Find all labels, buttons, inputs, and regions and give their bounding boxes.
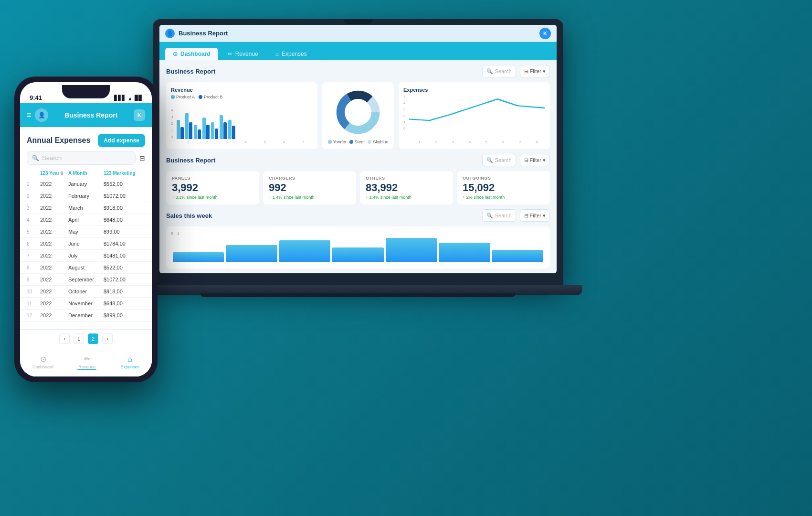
bar-group-4: [202, 118, 210, 139]
tab-revenue[interactable]: ✏ Revenue: [220, 48, 266, 60]
bottom-nav-dashboard-icon: ⊙: [40, 355, 46, 364]
legend-dot-a: [171, 95, 175, 99]
phone-filter-icon[interactable]: ⊟: [139, 154, 145, 162]
search-box-2[interactable]: 🔍 Search: [482, 154, 516, 166]
hamburger-menu-icon[interactable]: ≡: [27, 111, 31, 119]
line-y1: 1: [403, 120, 405, 124]
metric-others: OTHERS 83,992 + 1.4% since last month: [360, 171, 453, 204]
bar-y1: 1: [171, 128, 173, 132]
filter-btn-3[interactable]: ⊟ Filter ▾: [520, 209, 550, 222]
line-y2: 2: [403, 114, 405, 118]
laptop-foot: [200, 293, 516, 297]
line-x2: 2: [435, 140, 437, 144]
table-row: 92022September$1072,00: [20, 274, 152, 286]
tab-dashboard[interactable]: ⊙ Dashboard: [165, 48, 218, 60]
filter-btn-1[interactable]: ⊟ Filter ▾: [520, 65, 550, 77]
metric-outgoings: OUTGOINGS 15,092 + 2% since last month: [457, 171, 550, 204]
th-year-sort[interactable]: ⇅: [60, 171, 64, 176]
filter-icon-3: ⊟: [524, 213, 528, 219]
table-row: 32022March$918,00: [20, 202, 152, 214]
bar-x1: 1: [187, 140, 189, 144]
phone-navbar: ≡ 👤 Business Report K: [20, 103, 152, 127]
sales-title: Sales this week: [166, 212, 212, 219]
phone-screen: 9:41 ▋▋▋ ▲ ▊▊ ≡ 👤 Business Report K Annu…: [20, 82, 152, 376]
metric-others-label: OTHERS: [366, 176, 447, 181]
tab-expenses[interactable]: ⌂ Expenses: [268, 48, 315, 60]
metric-outgoings-label: OUTGOINGS: [463, 176, 544, 181]
bar-y0: 0: [171, 135, 173, 139]
sales-y4: 4: [177, 231, 179, 236]
page-next-button[interactable]: ›: [102, 333, 113, 344]
phone-bezel: 9:41 ▋▋▋ ▲ ▊▊ ≡ 👤 Business Report K Annu…: [14, 76, 158, 382]
line-x6: 6: [502, 140, 504, 144]
page-1-button[interactable]: 1: [74, 333, 84, 344]
phone-device: 9:41 ▋▋▋ ▲ ▊▊ ≡ 👤 Business Report K Annu…: [14, 76, 162, 392]
page-2-button[interactable]: 2: [88, 333, 98, 344]
donut-legend-yonder: Yonder: [328, 140, 347, 144]
legend-label-b: Product B: [204, 95, 223, 99]
filter-icon-1: ⊟: [524, 68, 528, 75]
section3-search-row: 🔍 Search ⊟ Filter ▾: [482, 209, 550, 222]
metric-chargers: CHARGERS 992 + 1.4% since last month: [263, 171, 356, 204]
phone-search-box[interactable]: 🔍 Search: [27, 151, 136, 165]
laptop-notch: [344, 19, 372, 24]
filter-chevron-3: ▾: [543, 213, 546, 219]
phone-nav-close-button[interactable]: K: [134, 109, 145, 121]
metric-others-change: + 1.4% since last month: [366, 195, 447, 200]
metric-chargers-change: + 1.4% since last month: [269, 195, 350, 200]
status-time: 9:41: [30, 94, 42, 101]
search-text-1: Search: [495, 68, 512, 74]
app-title-icon: 👤: [165, 29, 175, 38]
business-report-title: Business Report: [166, 68, 215, 75]
section2-search-row: 🔍 Search ⊟ Filter ▾: [482, 154, 550, 166]
bar-x4: 4: [244, 140, 246, 144]
phone-content-header: Annual Expenses Add expense: [20, 127, 152, 151]
donut-legend-steer: Steer: [349, 140, 365, 144]
th-month: A Month: [68, 171, 102, 176]
section1-header: Business Report 🔍 Search ⊟ Filter ▾: [166, 65, 550, 77]
app-close-button[interactable]: K: [539, 28, 551, 39]
bar-b-6: [223, 122, 227, 139]
battery-icon: ▊▊: [135, 95, 142, 101]
donut-svg: [332, 87, 384, 138]
filter-chevron-2: ▾: [543, 157, 546, 163]
page-prev-button[interactable]: ‹: [59, 333, 70, 344]
expenses-chart-title: Expenses: [403, 87, 545, 93]
line-y5: 5: [403, 95, 405, 99]
section1-search-row: 🔍 Search ⊟ Filter ▾: [482, 65, 550, 77]
phone-search-icon: 🔍: [32, 155, 39, 161]
app-window-title: Business Report: [179, 30, 536, 37]
line-x3: 3: [452, 140, 454, 144]
donut-legend-skyblue: Skyblue: [368, 140, 388, 144]
search-box-3[interactable]: 🔍 Search: [482, 209, 516, 222]
bar-group-6: [220, 115, 227, 139]
search-box-1[interactable]: 🔍 Search: [482, 65, 516, 77]
th-marketing: 123 Marketing: [104, 171, 139, 176]
phone-search-row: 🔍 Search ⊟: [20, 151, 152, 169]
metric-outgoings-value: 15,092: [463, 182, 544, 194]
legend-product-a: Product A: [171, 95, 195, 99]
wifi-icon: ▲: [127, 96, 133, 101]
bottom-nav-revenue-label: Revenue: [78, 365, 95, 369]
table-header: 123 Year ⇅ A Month 123 Marketing: [20, 169, 152, 178]
line-x8: 8: [536, 140, 538, 144]
bottom-nav-dashboard[interactable]: ⊙ Dashboard: [32, 355, 53, 370]
line-y3: 3: [403, 107, 405, 111]
bar-a-4: [202, 118, 206, 139]
filter-btn-2[interactable]: ⊟ Filter ▾: [520, 154, 550, 166]
bar-x3: 3: [225, 140, 227, 144]
bottom-nav-revenue[interactable]: ✏ Revenue: [78, 355, 95, 370]
th-marketing-label: 123 Marketing: [104, 171, 136, 176]
bar-a-7: [228, 120, 232, 139]
bar-a-3: [194, 125, 197, 139]
phone-user-icon: 👤: [35, 108, 48, 122]
bottom-nav-expenses[interactable]: ⌂ Expenses: [120, 355, 139, 370]
revenue-chart-card: Revenue Product A Product B: [166, 82, 317, 149]
bar-group-1: [177, 120, 184, 139]
filter-label-1: Filter: [530, 68, 541, 74]
sales-bar-1: [173, 252, 224, 262]
add-expense-button[interactable]: Add expense: [98, 134, 145, 147]
metric-panels: PANELS 3,992 + 3.1% since last month: [166, 171, 259, 204]
bar-chart-area: [177, 108, 235, 139]
bottom-nav-expenses-icon: ⌂: [127, 355, 132, 364]
